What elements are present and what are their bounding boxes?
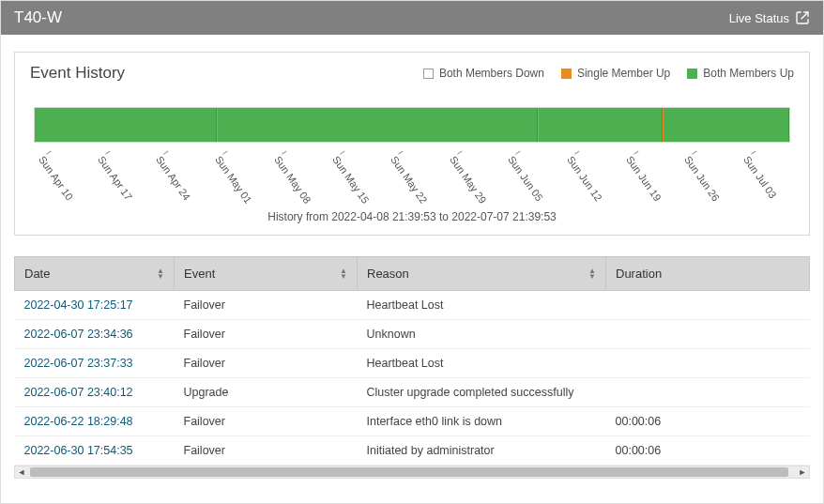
axis-tick-label: Sun May 08 [272,154,313,206]
axis-tick-label: Sun Jul 03 [741,154,779,200]
horizontal-scrollbar[interactable]: ◄ ► [14,466,810,479]
table-row[interactable]: 2022-06-22 18:29:48FailoverInterface eth… [15,407,810,436]
square-hollow-icon [423,69,434,79]
cell-event: Upgrade [175,378,358,407]
timeline-axis: Sun Apr 10Sun Apr 17Sun Apr 24Sun May 01… [34,154,790,203]
col-header-duration[interactable]: Duration [606,257,810,291]
cell-date: 2022-04-30 17:25:17 [15,291,175,320]
cell-date: 2022-06-07 23:37:33 [15,349,175,378]
legend-both-down[interactable]: Both Members Down [423,67,544,80]
cell-duration [606,349,810,378]
timeline-chart[interactable] [34,103,790,146]
sort-icon: ▲▼ [157,268,164,280]
axis-tick-label: Sun Apr 17 [96,154,134,202]
table-header-row: Date▲▼ Event▲▼ Reason▲▼ Duration [15,257,810,291]
page-title: T40-W [14,8,62,27]
sort-icon: ▲▼ [588,268,596,280]
square-orange-icon [561,69,572,79]
table-row[interactable]: 2022-06-07 23:34:36FailoverUnknown [15,320,810,349]
axis-tick-label: Sun Jun 12 [565,154,604,203]
panel-title: Event History [30,64,125,83]
legend-single-up[interactable]: Single Member Up [561,67,670,80]
table-row[interactable]: 2022-06-07 23:40:12UpgradeCluster upgrad… [15,378,810,407]
page-body: Event History Both Members Down Single M… [1,35,823,484]
table-row[interactable]: 2022-06-07 23:37:33FailoverHeartbeat Los… [15,349,810,378]
table-row[interactable]: 2022-06-30 17:54:35FailoverInitiated by … [15,436,810,466]
legend-label: Both Members Up [703,67,794,80]
sort-icon: ▲▼ [340,268,347,280]
axis-tick-label: Sun Apr 10 [37,154,75,202]
axis-tick-label: Sun Apr 24 [154,154,192,202]
event-table: Date▲▼ Event▲▼ Reason▲▼ Duration 2022-04… [14,256,810,466]
panel-header: Event History Both Members Down Single M… [30,64,794,83]
axis-tick-label: Sun Jun 05 [507,154,546,203]
table-row[interactable]: 2022-04-30 17:25:17FailoverHeartbeat Los… [15,291,810,320]
axis-tick-label: Sun May 15 [330,154,372,206]
top-bar: T40-W Live Status [1,1,823,35]
cell-event: Failover [175,320,358,349]
scrollbar-thumb[interactable] [30,467,788,477]
cell-date: 2022-06-07 23:40:12 [15,378,175,407]
cell-reason: Initiated by administrator [358,436,606,466]
live-status-link[interactable]: Live Status [729,10,810,25]
cell-duration [606,320,810,349]
cell-reason: Interface eth0 link is down [358,407,606,436]
event-table-container: Date▲▼ Event▲▼ Reason▲▼ Duration 2022-04… [14,256,810,479]
cell-duration [606,291,810,320]
cell-duration: 00:00:06 [606,407,810,436]
cell-reason: Cluster upgrade completed successfully [358,378,606,407]
cell-reason: Heartbeat Lost [358,291,606,320]
square-green-icon [687,69,697,79]
col-header-date[interactable]: Date▲▼ [15,257,175,291]
timeline-segment [539,108,663,142]
cell-date: 2022-06-22 18:29:48 [15,407,175,436]
cell-date: 2022-06-30 17:54:35 [15,436,175,466]
axis-tick-label: Sun Jun 26 [682,154,722,203]
scroll-right-arrow-icon[interactable]: ► [796,466,809,478]
live-status-label: Live Status [729,11,789,25]
cell-duration: 00:00:06 [606,436,810,466]
axis-tick-label: Sun May 29 [449,154,490,206]
scroll-left-arrow-icon[interactable]: ◄ [15,466,28,478]
axis-tick-label: Sun May 22 [389,154,431,206]
chart-legend: Both Members Down Single Member Up Both … [423,67,794,80]
axis-tick-label: Sun Jun 19 [624,154,664,203]
cell-reason: Unknown [358,320,606,349]
timeline-segment [218,108,538,142]
cell-date: 2022-06-07 23:34:36 [15,320,175,349]
col-header-reason[interactable]: Reason▲▼ [358,257,606,291]
legend-label: Both Members Down [439,67,544,80]
legend-both-up[interactable]: Both Members Up [687,67,794,80]
history-range-caption: History from 2022-04-08 21:39:53 to 2022… [30,210,794,223]
cell-duration [606,378,810,407]
cell-reason: Heartbeat Lost [358,349,606,378]
col-header-event[interactable]: Event▲▼ [175,257,358,291]
cell-event: Failover [175,407,358,436]
cell-event: Failover [175,291,358,320]
cell-event: Failover [175,349,358,378]
cell-event: Failover [175,436,358,466]
axis-tick-label: Sun May 01 [213,154,254,206]
legend-label: Single Member Up [577,67,670,80]
external-link-icon [795,10,810,25]
timeline-segment [35,108,217,142]
timeline-segment [664,108,789,142]
timeline-bar [34,107,790,143]
event-history-panel: Event History Both Members Down Single M… [14,52,810,236]
